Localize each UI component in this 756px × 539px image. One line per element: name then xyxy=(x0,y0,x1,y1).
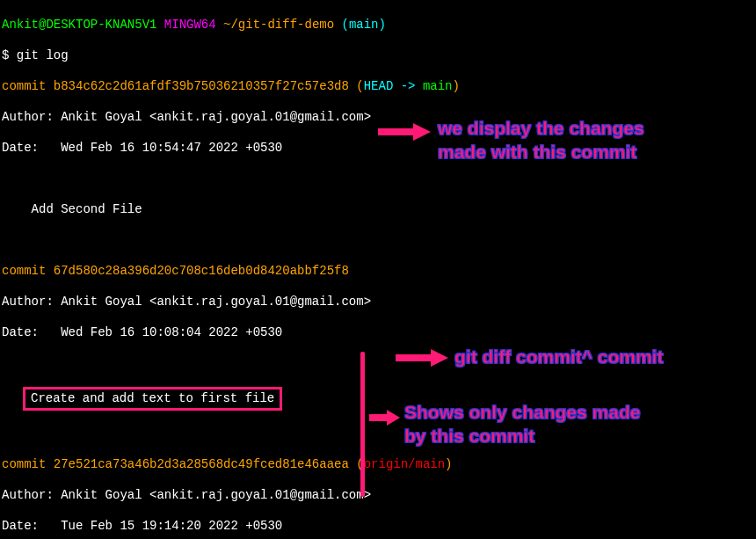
vertical-bar-icon xyxy=(360,352,365,497)
prompt-shell: MINGW64 xyxy=(156,18,223,32)
svg-marker-1 xyxy=(396,349,448,367)
commit-hash: commit b834c62c2d61afdf39b75036210357f27… xyxy=(2,79,349,93)
svg-marker-2 xyxy=(369,410,400,426)
commit-hash: commit 27e521ca73a46b2d3a28568dc49fced81… xyxy=(2,457,349,471)
refs-close: ) xyxy=(445,457,452,471)
annotation-text: we display the changes made with this co… xyxy=(438,116,644,164)
commit-author: Author: Ankit Goyal <ankit.raj.goyal.01@… xyxy=(2,295,756,310)
branch-ref: main xyxy=(423,79,453,93)
svg-marker-0 xyxy=(378,123,431,141)
branch-ref: origin/main xyxy=(364,457,445,471)
annotation-text: git diff commit^ commit xyxy=(454,345,663,368)
commit-date: Date: Tue Feb 15 19:14:20 2022 +0530 xyxy=(2,519,756,535)
commit-hash: commit 67d580c28a396d20c708c16deb0d8420a… xyxy=(2,264,756,280)
refs-open: ( xyxy=(349,79,364,93)
commit-date: Date: Wed Feb 16 10:08:04 2022 +0530 xyxy=(2,325,756,341)
terminal-output[interactable]: Ankit@DESKTOP-KNAN5V1 MINGW64 ~/git-diff… xyxy=(0,0,756,539)
commit-msg: Add Second File xyxy=(2,202,756,218)
arrow-icon xyxy=(396,347,448,368)
prompt-user: Ankit@DESKTOP-KNAN5V1 xyxy=(2,18,156,32)
arrow-icon xyxy=(369,409,400,426)
arrow-icon xyxy=(378,121,431,142)
commit-author: Author: Ankit Goyal <ankit.raj.goyal.01@… xyxy=(2,488,756,504)
prompt-branch: (main) xyxy=(334,18,386,32)
refs-close: ) xyxy=(453,79,460,93)
command-line: $ git log xyxy=(2,48,756,64)
prompt-path: ~/git-diff-demo xyxy=(223,18,334,32)
annotation-text: Shows only changes made by this commit xyxy=(404,400,640,448)
highlighted-commit-msg: Create and add text to first file xyxy=(23,387,282,412)
head-ref: HEAD -> xyxy=(364,79,423,93)
